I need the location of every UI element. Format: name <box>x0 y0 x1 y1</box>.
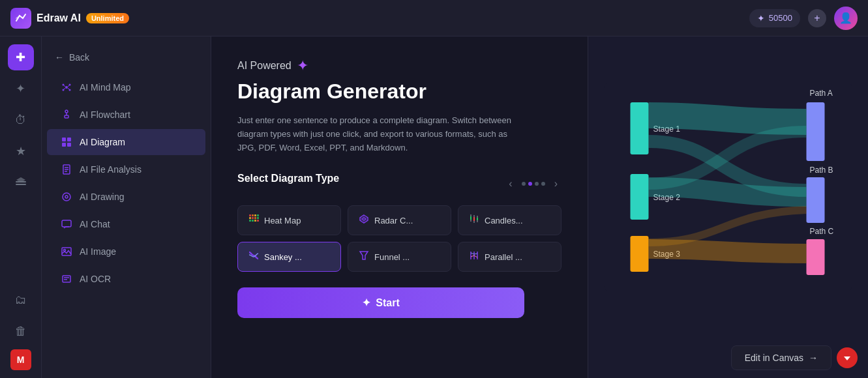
radar-icon <box>359 214 369 227</box>
svg-point-26 <box>64 250 66 252</box>
ai-drawing-icon <box>60 190 73 203</box>
dot-4 <box>541 182 545 186</box>
back-label: Back <box>69 52 89 63</box>
sidebar-icon-favorites[interactable]: ★ <box>8 138 34 164</box>
ai-file-analysis-icon <box>60 163 73 176</box>
svg-rect-1 <box>16 184 26 185</box>
sankey-diagram-preview: Stage 1 Stage 2 Stage 3 Path A Path B Pa… <box>601 83 855 291</box>
svg-line-10 <box>68 88 69 89</box>
diagram-type-candles[interactable]: Candles... <box>458 205 561 235</box>
diagram-type-funnel[interactable]: Funnel ... <box>348 242 451 272</box>
diagram-type-sankey[interactable]: Sankey ... <box>237 242 341 272</box>
sidebar-icon-ai[interactable]: ✦ <box>8 76 34 102</box>
svg-rect-16 <box>62 143 66 147</box>
svg-rect-71 <box>807 239 825 275</box>
dot-3 <box>535 182 539 186</box>
parallel-label: Parallel ... <box>485 252 522 262</box>
ai-diagram-icon <box>60 136 73 149</box>
sankey-icon <box>248 250 259 263</box>
svg-rect-35 <box>252 217 254 219</box>
sidebar-icon-folder[interactable]: 🗂 <box>8 287 34 313</box>
icon-sidebar: ✚ ✦ ⏱ ★ 🗂 🗑 M <box>0 36 42 378</box>
svg-rect-12 <box>65 115 68 118</box>
svg-rect-41 <box>257 220 259 222</box>
credits-box[interactable]: ✦ 50500 <box>749 9 800 27</box>
unlimited-badge: Unlimited <box>86 13 129 23</box>
edit-canvas-arrow-icon: → <box>809 353 818 363</box>
nav-item-ai-file-analysis[interactable]: AI File Analysis <box>47 156 205 182</box>
svg-rect-27 <box>63 276 70 282</box>
heat-map-icon <box>248 214 259 227</box>
svg-rect-14 <box>62 138 66 141</box>
radar-label: Radar C... <box>374 216 413 225</box>
dot-2 <box>528 182 532 186</box>
nav-label-ai-ocr: AI OCR <box>80 274 111 284</box>
svg-rect-24 <box>62 220 71 227</box>
svg-rect-30 <box>249 214 251 216</box>
nav-label-ai-image: AI Image <box>80 246 116 257</box>
carousel-next-button[interactable]: › <box>550 177 561 191</box>
start-button[interactable]: ✦ Start <box>237 287 524 318</box>
parallel-icon <box>469 250 479 263</box>
ai-powered-label: AI Powered ✦ <box>237 57 561 74</box>
svg-rect-32 <box>254 214 256 216</box>
nav-sidebar: ← Back AI Mind Map <box>42 36 211 378</box>
svg-rect-69 <box>807 177 825 223</box>
edit-in-canvas-button[interactable]: Edit in Canvas → <box>731 345 831 370</box>
page-description: Just enter one sentence to produce a com… <box>237 114 524 154</box>
svg-rect-33 <box>257 214 259 216</box>
logo-icon <box>10 8 31 29</box>
sidebar-icon-new[interactable]: ✚ <box>8 44 34 70</box>
sidebar-bottom: 🗂 🗑 M <box>8 287 34 370</box>
select-type-label: Select Diagram Type <box>237 173 339 184</box>
carousel-dots <box>522 182 545 186</box>
svg-rect-15 <box>67 138 71 141</box>
svg-rect-39 <box>252 220 254 222</box>
logo-area: Edraw AI Unlimited <box>10 8 129 29</box>
sidebar-icon-trash[interactable]: 🗑 <box>8 318 34 344</box>
svg-rect-48 <box>470 216 471 220</box>
svg-rect-61 <box>631 102 649 154</box>
svg-rect-36 <box>254 217 256 219</box>
start-label: Start <box>376 297 399 309</box>
ai-image-icon <box>60 245 73 258</box>
svg-line-8 <box>68 85 69 87</box>
diagram-type-parallel[interactable]: Parallel ... <box>458 242 561 272</box>
preview-panel: Stage 1 Stage 2 Stage 3 Path A Path B Pa… <box>588 36 868 378</box>
diagram-type-radar[interactable]: Radar C... <box>348 205 451 235</box>
svg-rect-40 <box>254 220 256 222</box>
nav-item-ai-diagram[interactable]: AI Diagram <box>47 129 205 155</box>
diagram-type-heat-map[interactable]: Heat Map <box>237 205 341 235</box>
sidebar-icon-recent[interactable]: ⏱ <box>8 107 34 133</box>
nav-item-ai-ocr[interactable]: AI OCR <box>47 266 205 292</box>
page-title: Diagram Generator <box>237 80 561 104</box>
nav-item-ai-flowchart[interactable]: AI Flowchart <box>47 102 205 128</box>
carousel-prev-button[interactable]: ‹ <box>505 177 516 191</box>
svg-rect-37 <box>257 217 259 219</box>
scroll-down-indicator <box>837 347 858 368</box>
nav-item-ai-chat[interactable]: AI Chat <box>47 211 205 237</box>
svg-point-22 <box>63 193 70 201</box>
add-credits-button[interactable]: + <box>808 9 826 27</box>
preview-content: Stage 1 Stage 2 Stage 3 Path A Path B Pa… <box>588 36 868 338</box>
user-avatar[interactable]: 👤 <box>834 7 858 30</box>
sidebar-icon-layers[interactable] <box>8 169 34 196</box>
svg-line-9 <box>64 88 65 89</box>
user-initial-avatar[interactable]: M <box>10 349 31 370</box>
svg-rect-51 <box>473 217 475 221</box>
funnel-label: Funnel ... <box>374 252 410 262</box>
start-icon: ✦ <box>362 297 370 309</box>
nav-label-ai-flowchart: AI Flowchart <box>80 109 130 120</box>
nav-item-ai-mind-map[interactable]: AI Mind Map <box>47 74 205 100</box>
nav-item-ai-image[interactable]: AI Image <box>47 239 205 265</box>
svg-rect-38 <box>249 220 251 222</box>
svg-line-7 <box>64 85 65 87</box>
nav-item-ai-drawing[interactable]: AI Drawing <box>47 184 205 210</box>
nav-label-ai-mind-map: AI Mind Map <box>80 82 131 93</box>
nav-label-ai-diagram: AI Diagram <box>80 137 125 147</box>
back-button[interactable]: ← Back <box>42 47 211 73</box>
sparkle-icon: ✦ <box>297 57 308 74</box>
app-name: Edraw AI <box>37 12 81 24</box>
ai-mind-map-icon <box>60 81 73 94</box>
main-content: ✚ ✦ ⏱ ★ 🗂 🗑 M ← Back <box>0 36 868 378</box>
